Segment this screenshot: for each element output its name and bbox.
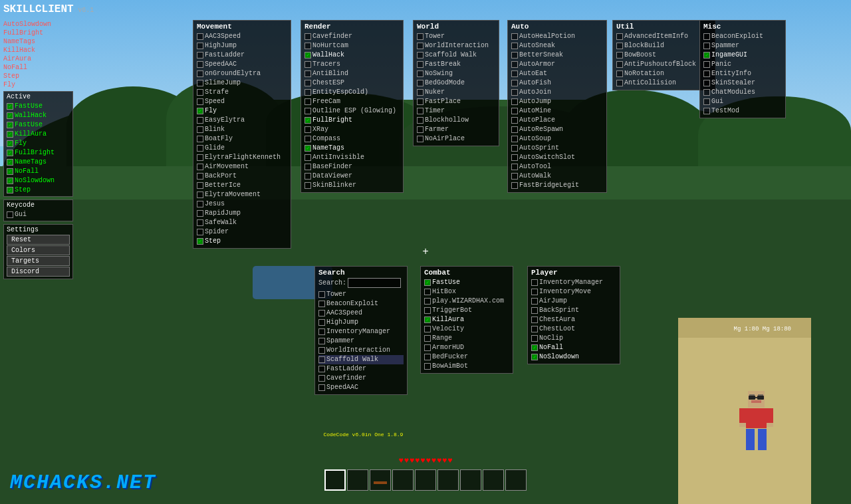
checkbox-wallhack[interactable]: ✓ <box>304 52 311 59</box>
checkbox-hitbox[interactable] <box>424 289 431 295</box>
checkbox-fly[interactable]: ✓ <box>7 140 13 147</box>
checkbox-timer[interactable] <box>417 108 424 114</box>
checkbox-blockbuild[interactable] <box>616 43 623 49</box>
checkbox-speed[interactable] <box>197 98 203 105</box>
checkbox-anticollision[interactable] <box>616 80 623 86</box>
checkbox-killaura[interactable]: ✓ <box>424 316 431 323</box>
checkbox-speedaac[interactable] <box>318 384 325 391</box>
checkbox-fastbridgelegit[interactable] <box>511 182 518 189</box>
checkbox-inventorymanager[interactable] <box>318 328 325 335</box>
checkbox-autorespawn[interactable] <box>511 126 518 133</box>
checkbox-cavefinder[interactable] <box>318 375 325 382</box>
checkbox-testmod[interactable] <box>703 108 710 114</box>
checkbox-chestesp[interactable] <box>304 80 311 86</box>
checkbox-skinblinker[interactable] <box>304 182 311 189</box>
checkbox-fullbright[interactable]: ✓ <box>7 150 13 156</box>
checkbox-panic[interactable] <box>703 61 710 68</box>
checkbox-blink[interactable] <box>197 126 203 133</box>
checkbox-autojump[interactable] <box>511 98 518 105</box>
checkbox-speedaac[interactable] <box>197 61 203 68</box>
checkbox-armorhud[interactable] <box>424 344 431 351</box>
checkbox-rapidjump[interactable] <box>197 210 203 217</box>
checkbox-fastladder[interactable] <box>318 366 325 372</box>
checkbox-bowboost[interactable] <box>616 52 623 59</box>
search-input[interactable] <box>348 278 401 288</box>
checkbox-autohealpotion[interactable] <box>511 33 518 40</box>
checkbox-jesus[interactable] <box>197 201 203 207</box>
checkbox-ongroundelytra[interactable] <box>197 70 203 77</box>
checkbox-noclip[interactable] <box>531 335 538 342</box>
checkbox-slimejump[interactable] <box>197 80 203 86</box>
checkbox-autosneak[interactable] <box>511 43 518 49</box>
checkbox-elytramovement[interactable] <box>197 191 203 198</box>
checkbox-compass[interactable] <box>304 136 311 142</box>
checkbox-airjump[interactable] <box>531 298 538 305</box>
checkbox-fly[interactable]: ✓ <box>197 108 203 114</box>
checkbox-tower[interactable] <box>318 291 325 298</box>
checkbox-safewalk[interactable] <box>197 219 203 226</box>
checkbox-advancediteminfo[interactable] <box>616 33 623 40</box>
checkbox-ingamegui[interactable]: ✓ <box>703 52 710 59</box>
checkbox-airmovement[interactable] <box>197 164 203 170</box>
checkbox-nohurtcam[interactable] <box>304 43 311 49</box>
checkbox-gui[interactable] <box>703 98 710 105</box>
checkbox-autoeat[interactable] <box>511 70 518 77</box>
checkbox-bowaimbot[interactable] <box>424 363 431 370</box>
checkbox-spammer[interactable] <box>318 338 325 344</box>
targets-button[interactable]: Targets <box>7 256 70 266</box>
checkbox-highjump[interactable] <box>318 319 325 326</box>
checkbox-nametags[interactable]: ✓ <box>7 159 13 166</box>
checkbox-antiblind[interactable] <box>304 70 311 77</box>
checkbox-worldinteraction[interactable] <box>318 347 325 354</box>
checkbox-backport[interactable] <box>197 173 203 180</box>
checkbox-nofall[interactable]: ✓ <box>7 168 13 175</box>
checkbox-bettersneak[interactable] <box>511 52 518 59</box>
checkbox-killaura[interactable]: ✓ <box>7 131 13 138</box>
checkbox-chestaura[interactable] <box>531 316 538 323</box>
checkbox-farmer[interactable] <box>417 126 424 133</box>
checkbox-fastuse[interactable]: ✓ <box>424 279 431 286</box>
checkbox-strafe[interactable] <box>197 89 203 96</box>
checkbox-freecam[interactable] <box>304 98 311 105</box>
checkbox-fastuse[interactable]: ✓ <box>7 103 13 110</box>
checkbox-bedgodmode[interactable] <box>417 80 424 86</box>
checkbox-noslowdown[interactable]: ✓ <box>531 354 538 360</box>
checkbox-scaffoldwalk[interactable] <box>417 52 424 59</box>
checkbox-inventorymanager[interactable] <box>531 279 538 286</box>
checkbox-play.wizardhax.com[interactable] <box>424 298 431 305</box>
checkbox-cavefinder[interactable] <box>304 33 311 40</box>
checkbox-noslowdown[interactable]: ✓ <box>7 178 13 184</box>
checkbox-chestloot[interactable] <box>531 326 538 332</box>
checkbox-beaconexploit[interactable] <box>703 33 710 40</box>
colors-button[interactable]: Colors <box>7 245 70 255</box>
checkbox-outlineesp(glowing)[interactable] <box>304 108 311 114</box>
checkbox-noairplace[interactable] <box>417 136 424 142</box>
checkbox-easyelytra[interactable] <box>197 117 203 124</box>
checkbox-step[interactable]: ✓ <box>7 187 13 193</box>
checkbox-elytraflightkenneth[interactable] <box>197 154 203 161</box>
checkbox-autosoup[interactable] <box>511 136 518 142</box>
checkbox-step[interactable]: ✓ <box>197 238 203 245</box>
checkbox-entityespcold)[interactable] <box>304 89 311 96</box>
checkbox-xray[interactable] <box>304 126 311 133</box>
checkbox-bedfucker[interactable] <box>424 354 431 360</box>
checkbox-aac3speed[interactable] <box>197 33 203 40</box>
checkbox-gui-key[interactable] <box>7 211 13 218</box>
checkbox-fastbreak[interactable] <box>417 61 424 68</box>
checkbox-aac3speed[interactable] <box>318 310 325 316</box>
checkbox-spider[interactable] <box>197 229 203 235</box>
checkbox-skinstealer[interactable] <box>703 80 710 86</box>
checkbox-fastplace[interactable] <box>417 98 424 105</box>
checkbox-autoswitchslot[interactable] <box>511 154 518 161</box>
checkbox-autofish[interactable] <box>511 80 518 86</box>
checkbox-dataviewer[interactable] <box>304 173 311 180</box>
checkbox-fastladder[interactable] <box>197 52 203 59</box>
checkbox-norotation[interactable] <box>616 70 623 77</box>
checkbox-triggerbot[interactable] <box>424 307 431 314</box>
checkbox-beaconexploit[interactable] <box>318 301 325 307</box>
checkbox-betterice[interactable] <box>197 182 203 189</box>
reset-button[interactable]: Reset <box>7 235 70 245</box>
checkbox-autosprint[interactable] <box>511 145 518 152</box>
checkbox-antipushoutofblock[interactable] <box>616 61 623 68</box>
checkbox-entityinfo[interactable] <box>703 70 710 77</box>
